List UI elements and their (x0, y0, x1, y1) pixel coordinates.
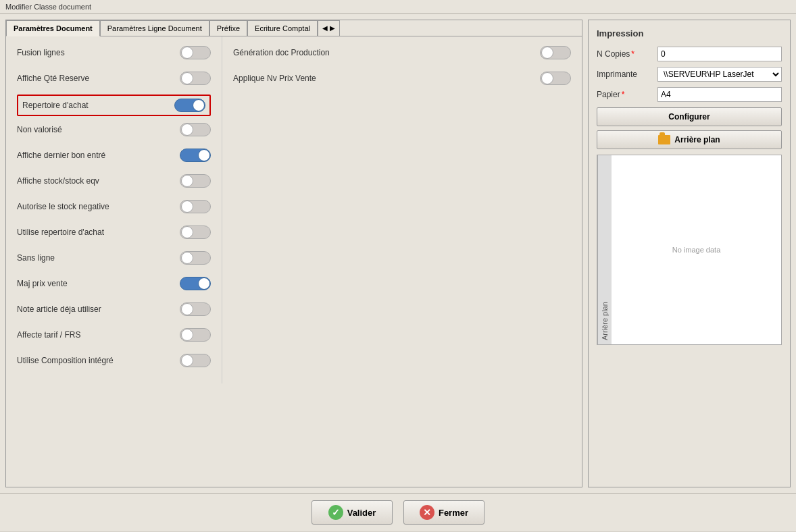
row-affiche-dernier-bon: Affiche dernier bon entré (17, 146, 211, 165)
preview-image: No image data (612, 155, 781, 344)
window-title: Modifier Classe document (5, 3, 91, 11)
row-affiche-stock: Affiche stock/stock eqv (17, 171, 211, 190)
row-non-valorise: Non valorisé (17, 120, 211, 139)
toggle-maj-prix-vente[interactable] (180, 277, 211, 290)
toggle-utilise-repertoire[interactable] (180, 225, 211, 239)
tab-prefixe[interactable]: Préfixe (209, 20, 247, 36)
label-affecte-tarif: Affecte tarif / FRS (17, 330, 180, 340)
toggle-generation-doc[interactable] (540, 46, 571, 59)
toggle-affiche-dernier-bon[interactable] (180, 149, 211, 162)
label-generation-doc: Génération doc Production (233, 48, 540, 57)
toggle-note-article[interactable] (180, 302, 211, 316)
row-papier: Papier* (597, 87, 782, 102)
toggle-utilise-composition[interactable] (180, 354, 211, 367)
row-autorise-stock: Autorise le stock negative (17, 197, 211, 216)
close-icon: ✕ (420, 505, 434, 520)
label-note-article: Note article déja utiliser (17, 304, 180, 314)
row-note-article: Note article déja utiliser (17, 300, 211, 319)
toggle-affiche-qte[interactable] (180, 72, 211, 85)
row-maj-prix-vente: Maj prix vente (17, 274, 211, 293)
arriere-plan-side-label: Arrière plan (597, 155, 612, 344)
select-imprimante[interactable]: \\SERVEUR\HP LaserJet (657, 67, 782, 82)
toggle-repertoire-achat[interactable] (174, 99, 205, 112)
label-applique-prix: Applique Nv Prix Vente (233, 74, 540, 83)
input-papier[interactable] (657, 87, 782, 102)
label-utilise-composition: Utilise Composition intégré (17, 356, 180, 365)
row-generation-doc: Génération doc Production (233, 43, 571, 62)
row-sans-ligne: Sans ligne (17, 248, 211, 267)
row-imprimante: Imprimante \\SERVEUR\HP LaserJet (597, 67, 782, 82)
toggle-autorise-stock[interactable] (180, 200, 211, 213)
row-repertoire-achat: Repertoire d'achat (17, 95, 211, 116)
valider-button[interactable]: ✓ Valider (312, 500, 393, 525)
toggle-applique-prix[interactable] (540, 72, 571, 85)
toggle-affiche-stock[interactable] (180, 174, 211, 188)
preview-area: Arrière plan No image data (597, 155, 782, 345)
toggle-fusion-lignes[interactable] (180, 46, 211, 59)
toggle-sans-ligne[interactable] (180, 251, 211, 265)
toggle-affecte-tarif[interactable] (180, 328, 211, 342)
configurer-button[interactable]: Configurer (597, 107, 782, 126)
tabs-nav-arrow[interactable]: ◀ ▶ (318, 20, 340, 36)
label-maj-prix-vente: Maj prix vente (17, 279, 180, 288)
label-papier: Papier* (597, 90, 657, 99)
label-fusion-lignes: Fusion lignes (17, 48, 180, 57)
tab-parametres-document[interactable]: Paramètres Document (6, 20, 100, 36)
label-sans-ligne: Sans ligne (17, 253, 180, 263)
row-utilise-composition: Utilise Composition intégré (17, 351, 211, 370)
label-n-copies: N Copies* (597, 49, 657, 59)
label-non-valorise: Non valorisé (17, 125, 180, 134)
input-n-copies[interactable] (657, 47, 782, 61)
bottom-bar: ✓ Valider ✕ Fermer (0, 493, 796, 531)
label-affiche-qte: Affiche Qté Reserve (17, 74, 180, 83)
row-applique-prix: Applique Nv Prix Vente (233, 69, 571, 88)
label-autorise-stock: Autorise le stock negative (17, 202, 180, 211)
row-affecte-tarif: Affecte tarif / FRS (17, 325, 211, 344)
impression-title: Impression (597, 28, 782, 38)
row-fusion-lignes: Fusion lignes (17, 43, 211, 62)
arriere-plan-button[interactable]: Arrière plan (597, 130, 782, 149)
label-imprimante: Imprimante (597, 70, 657, 79)
row-n-copies: N Copies* (597, 47, 782, 61)
folder-icon (658, 135, 670, 144)
fermer-button[interactable]: ✕ Fermer (403, 500, 484, 525)
row-utilise-repertoire: Utilise repertoire d'achat (17, 223, 211, 242)
toggle-non-valorise[interactable] (180, 123, 211, 136)
row-affiche-qte: Affiche Qté Reserve (17, 69, 211, 88)
label-affiche-dernier-bon: Affiche dernier bon entré (17, 151, 180, 160)
tab-parametres-ligne[interactable]: Paramètres Ligne Document (100, 20, 209, 36)
check-icon: ✓ (328, 505, 343, 520)
label-affiche-stock: Affiche stock/stock eqv (17, 176, 180, 186)
tab-ecriture-compta[interactable]: Ecriture Comptal (247, 20, 318, 36)
label-repertoire-achat: Repertoire d'achat (22, 101, 174, 110)
label-utilise-repertoire: Utilise repertoire d'achat (17, 228, 180, 237)
